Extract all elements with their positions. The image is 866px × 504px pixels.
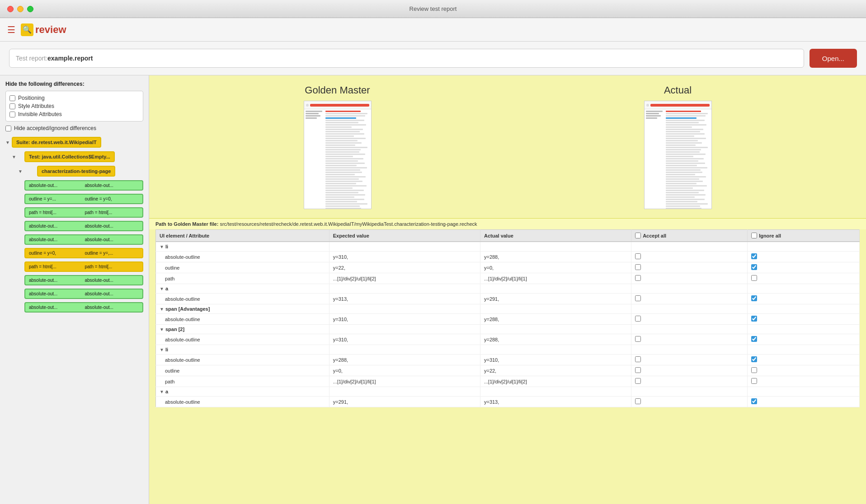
col-accept-all[interactable]: Accept all	[631, 230, 748, 242]
hide-accepted-label[interactable]: Hide accepted/ignored differences	[5, 125, 143, 131]
hide-accepted-checkbox[interactable]	[5, 126, 11, 131]
ignore-checkbox[interactable]	[751, 275, 757, 281]
ignore-cell[interactable]	[748, 334, 860, 345]
page-arrow[interactable]: ▼	[18, 169, 23, 174]
expand-icon[interactable]: ▼	[160, 347, 164, 352]
test-badge[interactable]: Test: java.util.Collections$Empty...	[24, 151, 115, 162]
accept-cell[interactable]	[631, 334, 748, 345]
accept-cell[interactable]	[631, 262, 748, 273]
expand-icon[interactable]: ▼	[160, 307, 164, 312]
accept-cell[interactable]	[631, 314, 748, 325]
diff-item-7[interactable]: absolute-out... absolute-out...	[24, 275, 143, 285]
ignore-checkbox[interactable]	[751, 295, 757, 301]
accept-checkbox[interactable]	[635, 316, 641, 322]
table-row: absolute-outline y=310, y=288,	[156, 334, 860, 345]
element-cell: path	[156, 273, 329, 284]
positioning-checkbox-label[interactable]: Positioning	[9, 94, 139, 102]
diff-item-5[interactable]: outline = y=0, outline = y=,...	[24, 248, 143, 258]
element-cell: ▼ li	[156, 345, 329, 355]
accept-checkbox[interactable]	[635, 378, 641, 384]
search-field[interactable]: Test report: example.report	[9, 49, 804, 68]
test-row: ▼ Test: java.util.Collections$Empty...	[12, 151, 143, 162]
page-badge[interactable]: characterization-testing-page	[37, 166, 115, 177]
invisible-attributes-label: Invisible Attributes	[18, 111, 62, 117]
style-attributes-checkbox[interactable]	[9, 103, 15, 109]
accept-cell[interactable]	[631, 294, 748, 304]
actual-cell	[480, 304, 631, 314]
ignore-cell[interactable]	[748, 397, 860, 407]
logo-text: review	[35, 24, 66, 36]
diff-item-6[interactable]: path = html[... path = html[...	[24, 261, 143, 272]
accept-checkbox[interactable]	[635, 253, 641, 259]
accept-all-label[interactable]: Accept all	[635, 233, 744, 238]
accept-all-checkbox[interactable]	[635, 233, 641, 238]
ignore-checkbox[interactable]	[751, 367, 757, 373]
ignore-all-checkbox[interactable]	[751, 233, 757, 238]
diff-item-9[interactable]: absolute-out... absolute-out...	[24, 302, 143, 313]
diff-item-1[interactable]: outline = y=... outline = y=0,	[24, 194, 143, 204]
expected-cell: y=22,	[329, 262, 480, 273]
ignore-checkbox[interactable]	[751, 264, 757, 270]
ignore-cell[interactable]	[748, 365, 860, 376]
accept-cell[interactable]	[631, 397, 748, 407]
col-ignore-all[interactable]: Ignore all	[748, 230, 860, 242]
close-button[interactable]	[7, 6, 14, 12]
diff-item-4[interactable]: absolute-out... absolute-out...	[24, 234, 143, 245]
table-row: absolute-outline y=291, y=313,	[156, 397, 860, 407]
accept-checkbox[interactable]	[635, 264, 641, 270]
ignore-cell[interactable]	[748, 355, 860, 365]
accept-cell[interactable]	[631, 252, 748, 262]
expand-icon[interactable]: ▼	[160, 389, 164, 394]
diff-item-3[interactable]: absolute-out... absolute-out...	[24, 221, 143, 231]
diff-table-container[interactable]: UI element / Attribute Expected value Ac…	[149, 229, 866, 504]
suite-row: ▼ Suite: de.retest.web.it.WikipediaIT	[5, 137, 143, 148]
element-cell: ▼ li	[156, 242, 329, 252]
accept-cell[interactable]	[631, 273, 748, 284]
invisible-attributes-checkbox-label[interactable]: Invisible Attributes	[9, 110, 139, 118]
accept-cell[interactable]	[631, 355, 748, 365]
expected-cell: y=288,	[329, 355, 480, 365]
accept-checkbox[interactable]	[635, 295, 641, 301]
style-attributes-checkbox-label[interactable]: Style Attributes	[9, 102, 139, 110]
diff-item-2[interactable]: path = html[... path = html[...	[24, 207, 143, 218]
ignore-checkbox[interactable]	[751, 253, 757, 259]
ignore-cell[interactable]	[748, 252, 860, 262]
maximize-button[interactable]	[27, 6, 33, 12]
positioning-checkbox[interactable]	[9, 95, 15, 101]
ignore-cell[interactable]	[748, 273, 860, 284]
accept-checkbox[interactable]	[635, 367, 641, 373]
golden-master-image	[304, 101, 372, 209]
ignore-cell[interactable]	[748, 376, 860, 387]
expand-icon[interactable]: ▼	[160, 327, 164, 332]
expand-icon[interactable]: ▼	[160, 286, 164, 291]
accept-checkbox[interactable]	[635, 356, 641, 362]
open-button[interactable]: Open...	[810, 49, 857, 68]
accept-checkbox[interactable]	[635, 398, 641, 404]
ignore-checkbox[interactable]	[751, 398, 757, 404]
test-arrow[interactable]: ▼	[12, 154, 16, 159]
ignore-cell[interactable]	[748, 314, 860, 325]
ignore-checkbox[interactable]	[751, 356, 757, 362]
accept-cell[interactable]	[631, 365, 748, 376]
actual-cell	[480, 284, 631, 294]
path-label: Path to Golden Master file:	[155, 221, 220, 227]
suite-badge[interactable]: Suite: de.retest.web.it.WikipediaIT	[12, 137, 101, 148]
ignore-all-label[interactable]: Ignore all	[751, 233, 856, 238]
minimize-button[interactable]	[17, 6, 24, 12]
ignore-checkbox[interactable]	[751, 378, 757, 384]
suite-arrow[interactable]: ▼	[5, 140, 10, 145]
ignore-cell[interactable]	[748, 294, 860, 304]
diff-item-8[interactable]: absolute-out... absolute-out...	[24, 289, 143, 299]
ignore-cell[interactable]	[748, 262, 860, 273]
accept-cell[interactable]	[631, 376, 748, 387]
table-row: outline y=0, y=22,	[156, 365, 860, 376]
ignore-checkbox[interactable]	[751, 316, 757, 322]
diff-item-0[interactable]: absolute-out... absolute-out...	[24, 180, 143, 191]
accept-checkbox[interactable]	[635, 275, 641, 281]
hamburger-icon[interactable]: ☰	[7, 24, 15, 35]
traffic-lights	[7, 6, 33, 12]
accept-checkbox[interactable]	[635, 336, 641, 342]
expand-icon[interactable]: ▼	[160, 244, 164, 249]
ignore-checkbox[interactable]	[751, 336, 757, 342]
invisible-attributes-checkbox[interactable]	[9, 112, 15, 117]
